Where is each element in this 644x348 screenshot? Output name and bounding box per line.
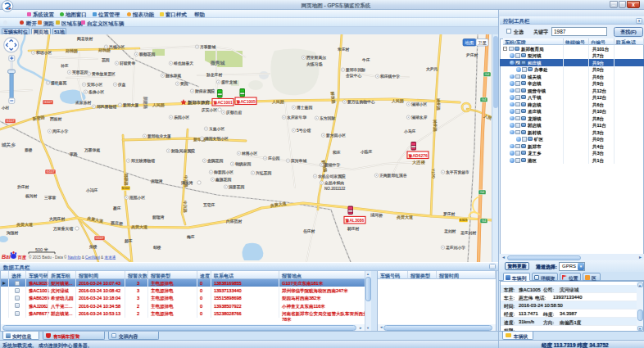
svg-text:轩辕黄帝: 轩辕黄帝 <box>120 61 135 66</box>
svg-text:条佛小区: 条佛小区 <box>88 90 104 94</box>
svg-text:周庄小学: 周庄小学 <box>52 129 68 133</box>
svg-text:城关乡: 城关乡 <box>1 142 16 147</box>
svg-text:三李堂: 三李堂 <box>44 196 57 200</box>
svg-text:补庄: 补庄 <box>61 63 69 68</box>
svg-text:正商新郑红溪谷: 正商新郑红溪谷 <box>379 173 407 179</box>
svg-text:和庄镇中学: 和庄镇中学 <box>380 74 400 79</box>
svg-text:润泰花园: 润泰花园 <box>229 184 244 190</box>
svg-text:港南文明小区: 港南文明小区 <box>205 136 229 142</box>
svg-text:Bai: Bai <box>2 254 11 260</box>
svg-text:微秀城: 微秀城 <box>210 60 225 66</box>
svg-text:地图: 地图 <box>465 40 474 46</box>
svg-text:孟家乐村: 孟家乐村 <box>75 100 91 106</box>
svg-text:林海小区: 林海小区 <box>241 151 257 156</box>
svg-text:孙龙庄村: 孙龙庄村 <box>206 72 222 78</box>
svg-text:锦绣家园: 锦绣家园 <box>235 161 251 167</box>
svg-text:黄帝故里景区: 黄帝故里景区 <box>92 71 116 77</box>
svg-text:神州路: 神州路 <box>433 120 438 132</box>
svg-text:人民路: 人民路 <box>152 102 165 107</box>
svg-text:G107: G107 <box>46 169 55 174</box>
svg-text:中兴路: 中兴路 <box>183 201 188 213</box>
svg-text:玉皇小区: 玉皇小区 <box>209 126 224 131</box>
svg-text:大周庄村: 大周庄村 <box>49 216 65 222</box>
svg-text:小冯庄: 小冯庄 <box>86 188 98 192</box>
svg-text:G4: G4 <box>482 97 487 102</box>
svg-text:G107: G107 <box>6 119 15 123</box>
svg-text:蔡庄: 蔡庄 <box>113 206 121 210</box>
svg-text:西亚斯高尔: 西亚斯高尔 <box>306 55 326 60</box>
svg-text:东方国际: 东方国际 <box>320 115 335 121</box>
svg-text:常庄村: 常庄村 <box>338 47 350 52</box>
svg-text:永平百货超市: 永平百货超市 <box>446 169 469 175</box>
svg-text:炎黄大道: 炎黄大道 <box>131 224 147 229</box>
svg-text:滨河帝城: 滨河帝城 <box>291 158 306 163</box>
svg-text:尹庄村: 尹庄村 <box>466 52 478 58</box>
svg-text:豫AL3086: 豫AL3086 <box>345 218 365 223</box>
svg-text:郑王陵博物馆: 郑王陵博物馆 <box>131 158 155 164</box>
svg-text:豫AC1001: 豫AC1001 <box>213 100 234 105</box>
svg-text:庆都首府: 庆都首府 <box>226 110 242 115</box>
svg-text:和庄: 和庄 <box>333 150 341 155</box>
svg-text:仪盘: 仪盘 <box>117 83 126 87</box>
svg-text:财保家属院: 财保家属院 <box>195 88 215 94</box>
svg-text:新万佳购物中心: 新万佳购物中心 <box>347 99 375 105</box>
svg-text:涑水湾: 涑水湾 <box>181 180 193 185</box>
svg-text:郑韩路: 郑韩路 <box>66 48 78 53</box>
svg-text:后瑞湾: 后瑞湾 <box>151 179 163 184</box>
svg-text:财政局家属院: 财政局家属院 <box>171 148 195 154</box>
svg-text:老刘村: 老刘村 <box>444 228 456 234</box>
svg-text:新郑大厦: 新郑大厦 <box>123 102 138 108</box>
svg-text:丽水华庭: 丽水华庭 <box>166 73 181 79</box>
svg-text:盛世龙城: 盛世龙城 <box>221 80 237 84</box>
svg-text:农机公司家属院: 农机公司家属院 <box>318 174 346 179</box>
svg-text:S102: S102 <box>122 186 130 190</box>
svg-text:S323: S323 <box>460 218 468 222</box>
svg-text:万里香宾馆: 万里香宾馆 <box>52 226 73 232</box>
svg-text:G4: G4 <box>480 190 485 194</box>
svg-text:溱湖小区: 溱湖小区 <box>411 102 427 106</box>
svg-text:邹楼: 邹楼 <box>153 246 161 250</box>
svg-text:庆安小区: 庆安小区 <box>202 107 217 112</box>
svg-text:和谐小区: 和谐小区 <box>36 50 52 56</box>
svg-text:黄园: 黄园 <box>180 82 188 86</box>
svg-text:G107: G107 <box>95 236 104 240</box>
svg-text:会议中心: 会议中心 <box>346 73 361 78</box>
svg-text:郝庄: 郝庄 <box>125 238 133 244</box>
svg-text:牛庄: 牛庄 <box>362 57 370 62</box>
svg-text:月季新城: 月季新城 <box>200 44 215 50</box>
svg-text:老庄刘村: 老庄刘村 <box>460 230 476 236</box>
svg-text:炎黄大道: 炎黄大道 <box>397 215 413 219</box>
svg-text:豫AC1005: 豫AC1005 <box>236 99 256 104</box>
svg-text:前瑞湾: 前瑞湾 <box>152 215 165 219</box>
svg-text:小马庄: 小马庄 <box>404 129 416 133</box>
svg-text:安郑小区: 安郑小区 <box>87 82 102 87</box>
svg-text:新郑市国际: 新郑市国际 <box>346 67 365 73</box>
svg-text:© 2015 Baidu - Data © NavInfo: © 2015 Baidu - Data © NavInfo & CenNavi … <box>29 255 116 260</box>
svg-text:大尹尚: 大尹尚 <box>426 66 438 72</box>
svg-text:G4: G4 <box>482 219 487 223</box>
svg-text:新郑市政府: 新郑市政府 <box>188 100 211 105</box>
svg-text:新烟中学: 新烟中学 <box>324 162 340 167</box>
svg-text:兴弘花园: 兴弘花园 <box>256 170 271 176</box>
svg-text:老庄刘小学: 老庄刘小学 <box>446 245 465 251</box>
svg-text:阎老坟村: 阎老坟村 <box>77 36 93 42</box>
svg-text:五宅庄: 五宅庄 <box>203 202 215 207</box>
svg-text:百度: 百度 <box>18 255 27 260</box>
svg-text:柴楼: 柴楼 <box>89 245 98 249</box>
svg-text:人民路: 人民路 <box>392 98 404 103</box>
svg-text:豫AD6276: 豫AD6276 <box>408 153 429 158</box>
svg-text:新郑电业大厦: 新郑电业大厦 <box>147 133 171 139</box>
svg-text:白庙范村: 白庙范村 <box>226 219 242 224</box>
svg-text:鑫源花园: 鑫源花园 <box>215 177 231 183</box>
svg-text:Y100: Y100 <box>431 169 436 179</box>
svg-text:罗庄村: 罗庄村 <box>443 211 456 217</box>
svg-text:万豪华庭: 万豪华庭 <box>84 147 100 152</box>
svg-text:神州路: 神州路 <box>436 98 442 111</box>
svg-text:G4: G4 <box>485 72 490 76</box>
svg-text:溱湖水岸: 溱湖水岸 <box>411 115 427 120</box>
svg-text:5号公馆: 5号公馆 <box>297 128 311 133</box>
svg-text:新方圆小区: 新方圆小区 <box>326 133 346 138</box>
svg-text:NO.2011122: NO.2011122 <box>324 187 346 191</box>
svg-text:梅庄: 梅庄 <box>187 234 195 240</box>
svg-text:大连楼: 大连楼 <box>412 160 425 165</box>
